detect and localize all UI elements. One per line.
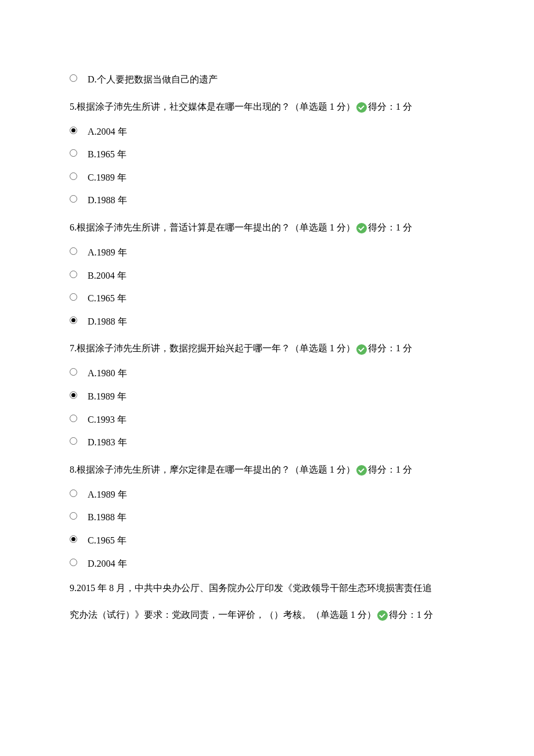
option-row: B.2004 年: [70, 268, 464, 283]
option-label: C.1965 年: [88, 291, 127, 306]
option-label: D.个人要把数据当做自己的遗产: [88, 72, 218, 87]
question-score: 得分：1 分: [368, 343, 412, 353]
check-icon: [356, 223, 367, 233]
question-text: 9.2015 年 8 月，中共中央办公厅、国务院办公厅印发《党政领导干部生态环境…: [70, 583, 432, 593]
radio-icon[interactable]: [70, 271, 77, 278]
radio-icon[interactable]: [70, 512, 77, 520]
option-label: B.1965 年: [88, 147, 127, 162]
option-label: B.1989 年: [88, 389, 127, 404]
question-meta: （单选题 1 分）: [311, 610, 376, 620]
question-text: 7: [70, 343, 74, 353]
radio-icon[interactable]: [70, 368, 77, 376]
radio-icon[interactable]: [70, 391, 77, 399]
question-score: 得分：1 分: [389, 610, 433, 620]
check-icon: [356, 465, 367, 476]
radio-icon[interactable]: [70, 316, 77, 324]
question-score: 得分：1 分: [368, 222, 412, 232]
option-label: C.1965 年: [88, 533, 127, 548]
option-row: D.1988 年: [70, 193, 464, 208]
question-meta: （单选题 1 分）: [290, 343, 355, 353]
option-label: A.1989 年: [88, 245, 127, 260]
option-label: D.1988 年: [88, 314, 127, 329]
option-label: D.1983 年: [88, 435, 127, 450]
radio-icon[interactable]: [70, 415, 77, 422]
radio-icon[interactable]: [70, 559, 77, 566]
question-prompt: 根据涂子沛先生所讲，数据挖掘开始兴起于哪一年？: [77, 343, 290, 353]
option-row: C.1965 年: [70, 291, 464, 306]
option-label: A.2004 年: [88, 124, 127, 139]
question-6: 6.根据涂子沛先生所讲，普适计算是在哪一年提出的？（单选题 1 分）得分：1 分: [70, 218, 464, 237]
question-8: 8.根据涂子沛先生所讲，摩尔定律是在哪一年提出的？（单选题 1 分）得分：1 分: [70, 460, 464, 479]
option-row: A.1989 年: [70, 487, 464, 502]
option-row: D.1988 年: [70, 314, 464, 329]
option-label: B.2004 年: [88, 268, 127, 283]
option-label: D.1988 年: [88, 193, 127, 208]
check-icon: [377, 610, 388, 621]
question-meta: （单选题 1 分）: [290, 222, 355, 232]
option-row: D.1983 年: [70, 435, 464, 450]
option-label: C.1993 年: [88, 412, 127, 427]
option-row: A.2004 年: [70, 124, 464, 139]
option-label: D.2004 年: [88, 556, 127, 571]
option-label: A.1989 年: [88, 487, 127, 502]
question-prompt: 根据涂子沛先生所讲，普适计算是在哪一年提出的？: [77, 222, 290, 232]
option-row: C.1993 年: [70, 412, 464, 427]
radio-icon[interactable]: [70, 535, 77, 543]
option-row: B.1989 年: [70, 389, 464, 404]
question-7: 7.根据涂子沛先生所讲，数据挖掘开始兴起于哪一年？（单选题 1 分）得分：1 分: [70, 339, 464, 358]
radio-icon[interactable]: [70, 195, 77, 203]
radio-icon[interactable]: [70, 437, 77, 445]
question-prompt: 根据涂子沛先生所讲，社交媒体是在哪一年出现的？: [77, 102, 290, 111]
question-prompt: 根据涂子沛先生所讲，摩尔定律是在哪一年提出的？: [77, 465, 290, 474]
radio-icon[interactable]: [70, 489, 77, 497]
question-5: 5.根据涂子沛先生所讲，社交媒体是在哪一年出现的？（单选题 1 分）得分：1 分: [70, 98, 464, 116]
question-text: 5: [70, 102, 74, 111]
check-icon: [356, 102, 367, 113]
option-row: D.个人要把数据当做自己的遗产: [70, 72, 464, 87]
question-meta: （单选题 1 分）: [290, 465, 355, 474]
question-text: 6: [70, 222, 74, 232]
radio-icon[interactable]: [70, 172, 77, 180]
radio-icon[interactable]: [70, 247, 77, 255]
question-score: 得分：1 分: [368, 465, 412, 474]
option-row: A.1980 年: [70, 366, 464, 381]
radio-icon[interactable]: [70, 74, 77, 82]
option-label: C.1989 年: [88, 170, 127, 185]
option-row: D.2004 年: [70, 556, 464, 571]
option-row: C.1989 年: [70, 170, 464, 185]
radio-icon[interactable]: [70, 149, 77, 157]
question-text: 究办法（试行）》要求：党政同责，一年评价，（）考核。: [70, 610, 311, 620]
question-meta: （单选题 1 分）: [290, 102, 355, 111]
radio-icon[interactable]: [70, 293, 77, 301]
question-text: 8: [70, 465, 74, 474]
option-row: B.1965 年: [70, 147, 464, 162]
option-row: C.1965 年: [70, 533, 464, 548]
option-label: A.1980 年: [88, 366, 127, 381]
question-score: 得分：1 分: [368, 102, 412, 111]
option-label: B.1988 年: [88, 510, 127, 525]
option-row: B.1988 年: [70, 510, 464, 525]
option-row: A.1989 年: [70, 245, 464, 260]
question-9-line1: 9.2015 年 8 月，中共中央办公厅、国务院办公厅印发《党政领导干部生态环境…: [70, 579, 464, 597]
check-icon: [356, 344, 367, 355]
radio-icon[interactable]: [70, 127, 77, 134]
question-9-line2: 究办法（试行）》要求：党政同责，一年评价，（）考核。（单选题 1 分）得分：1 …: [70, 606, 464, 624]
